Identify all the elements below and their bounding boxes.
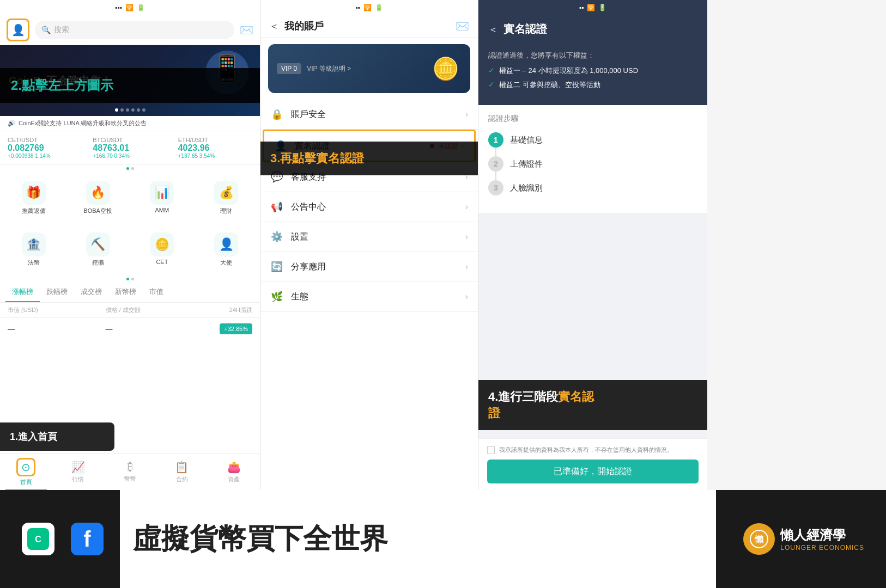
step-connector-2 <box>495 171 496 180</box>
lounger-brand-name: 懶人經濟學 <box>780 526 864 544</box>
fiat-icon: 🏦 <box>22 232 46 256</box>
feature-amm[interactable]: 📊 AMM <box>132 177 193 218</box>
svg-text:懶: 懶 <box>754 535 764 544</box>
bottom-nav-home[interactable]: ⊙ 首頁 <box>0 454 52 490</box>
announcement-icon: 📢 <box>270 201 283 213</box>
back-button[interactable]: ＜ <box>269 20 279 33</box>
bottom-nav-market[interactable]: 📈 行情 <box>52 454 104 490</box>
feature-boba[interactable]: 🔥 BOBA空投 <box>68 177 129 218</box>
step3-text1: 3.再點擊 <box>270 151 316 165</box>
avatar-icon: 👤 <box>11 23 25 36</box>
step1-text: 1.進入首頁 <box>10 431 57 442</box>
assets-icon: 👛 <box>227 461 241 474</box>
step-connector-1 <box>495 148 496 156</box>
ecosystem-label: 生態 <box>291 291 465 303</box>
avatar-button[interactable]: 👤 <box>7 19 29 41</box>
menu-share[interactable]: 🔄 分享應用 › <box>260 252 478 282</box>
btc-pair: BTC/USDT <box>93 137 167 143</box>
overlay-step2: 2.點擊左上方圖示 <box>0 68 260 103</box>
market-label: 行情 <box>72 475 84 483</box>
feature-dots <box>0 275 260 283</box>
agreement-text: 我承諾所提供的資料為我本人所有，不存在盜用他人資料的情況。 <box>499 445 673 455</box>
vip-card[interactable]: VIP 0 VIP 等級說明 > 🪙 <box>268 44 470 93</box>
feature-fiat[interactable]: 🏦 法幣 <box>3 229 64 270</box>
cet-change: +0.000938 1.14% <box>8 153 82 159</box>
start-verification-button[interactable]: 已準備好，開始認證 <box>487 460 699 483</box>
menu-settings[interactable]: ⚙️ 設置 › <box>260 222 478 252</box>
p3-back-button[interactable]: ＜ <box>488 23 498 36</box>
p2-mail-icon[interactable]: ✉️ <box>456 20 469 33</box>
eth-pair: ETH/USDT <box>178 137 252 143</box>
trade-label: 幣幣 <box>124 475 136 483</box>
steps-section: 認證步驟 1 基礎信息 2 上傳證件 3 人臉識別 <box>478 105 707 213</box>
lounger-brand-sub: LOUNGER ECONOMICS <box>780 544 864 552</box>
mail-icon[interactable]: ✉️ <box>240 23 253 36</box>
header-change: 24H漲跌 <box>203 306 252 314</box>
coin-price: — <box>106 325 204 333</box>
futures-icon: 📋 <box>175 461 189 474</box>
tab-mktcap[interactable]: 市值 <box>143 283 170 302</box>
rebate-label: 推薦返傭 <box>22 207 46 215</box>
menu-ecosystem[interactable]: 🌿 生態 › <box>260 282 478 312</box>
cet-icon: 🪙 <box>150 232 174 256</box>
signal-icon: ▪▪▪ <box>115 4 122 11</box>
dot-3 <box>126 108 129 112</box>
step4-line2: 證 <box>488 405 697 421</box>
dot-2 <box>120 108 124 112</box>
trade-icon: ₿ <box>128 461 133 473</box>
bottom-nav-assets[interactable]: 👛 資產 <box>208 454 260 490</box>
feature-mining[interactable]: ⛏️ 挖礦 <box>68 229 129 270</box>
agreement-checkbox[interactable] <box>487 446 495 454</box>
price-ticker: CET/USDT 0.082769 +0.000938 1.14% BTC/US… <box>0 131 260 165</box>
p3-signal: ▪▪ <box>579 4 584 11</box>
tab-rise[interactable]: 漲幅榜 <box>5 283 40 302</box>
arrow-icon-1: › <box>465 109 468 119</box>
market-headers: 市值 (USD) 價格 / 成交額 24H漲跌 <box>0 303 260 318</box>
bottom-nav-trade[interactable]: ₿ 幣幣 <box>104 454 156 490</box>
arrow-icon-6: › <box>465 262 468 272</box>
step-num-2: 2 <box>488 156 503 171</box>
ticker-dots <box>0 165 260 172</box>
fiat-label: 法幣 <box>28 259 40 267</box>
amm-icon: 📊 <box>150 181 174 205</box>
price-btc[interactable]: BTC/USDT 48763.01 +166.70 0.34% <box>93 137 167 159</box>
fb-f-letter: f <box>83 527 90 552</box>
ambassador-label: 大使 <box>220 259 232 267</box>
header-mktcap: 市值 (USD) <box>8 306 106 314</box>
overlay-step3: 3.再點擊實名認證 <box>260 142 478 175</box>
ecosystem-icon: 🌿 <box>270 291 283 303</box>
feature-rebate[interactable]: 🎁 推薦返傭 <box>3 177 64 218</box>
kyc-page-title: 實名認證 <box>503 22 547 36</box>
search-box[interactable]: 🔍 搜索 <box>35 21 234 39</box>
arrow-icon-5: › <box>465 232 468 242</box>
bottom-nav-futures[interactable]: 📋 合約 <box>156 454 208 490</box>
menu-account-security[interactable]: 🔒 賬戶安全 › <box>260 100 478 130</box>
coin-name: — <box>8 325 106 333</box>
market-row-1[interactable]: — — +32.85% <box>0 318 260 340</box>
empty-space <box>707 0 886 490</box>
benefit-1: ✓ 權益一 – 24 小時提現額度為 1,000,000 USD <box>488 66 697 76</box>
finance-label: 理財 <box>220 207 232 215</box>
lounger-brand-inner: 懶 懶人經濟學 LOUNGER ECONOMICS <box>743 523 864 555</box>
main-slogan: 虛擬貨幣買下全世界 <box>133 520 388 558</box>
feature-ambassador[interactable]: 👤 大使 <box>196 229 257 270</box>
menu-announcement[interactable]: 📢 公告中心 › <box>260 192 478 222</box>
feature-finance[interactable]: 💰 理財 <box>196 177 257 218</box>
p2-signal: ▪▪ <box>355 4 360 11</box>
price-eth[interactable]: ETH/USDT 4023.96 +137.65 3.54% <box>178 137 252 159</box>
btc-value: 48763.01 <box>93 143 167 153</box>
feature-cet[interactable]: 🪙 CET <box>132 229 193 270</box>
arrow-icon-7: › <box>465 292 468 302</box>
step-num-3: 3 <box>488 180 503 195</box>
lock-icon: 🔒 <box>270 108 283 120</box>
price-cet[interactable]: CET/USDT 0.082769 +0.000938 1.14% <box>8 137 82 159</box>
p3-status-icons: ▪▪ 🛜 🔋 <box>579 4 607 11</box>
tab-fall[interactable]: 跌幅榜 <box>40 283 74 302</box>
step-num-1: 1 <box>488 132 503 148</box>
tab-volume[interactable]: 成交榜 <box>74 283 108 302</box>
step-label-1: 基礎信息 <box>510 135 543 145</box>
tab-new[interactable]: 新幣榜 <box>108 283 143 302</box>
market-icon: 📈 <box>71 461 85 474</box>
p3-battery: 🔋 <box>598 4 606 11</box>
boba-label: BOBA空投 <box>83 207 112 215</box>
